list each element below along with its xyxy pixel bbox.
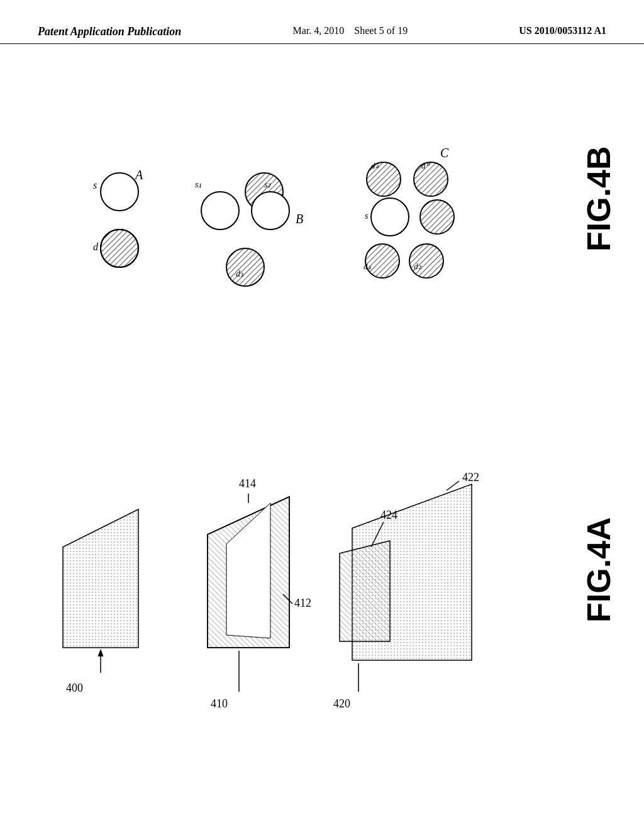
circle-s-c: [371, 198, 409, 236]
diagram-a-label: A: [134, 168, 143, 182]
fig4b-diagram: FIG.4B A s d B s₁ s₂ d₁ C d₄: [0, 75, 644, 390]
circle-d3-c: [420, 200, 454, 234]
publication-date: Mar. 4, 2010: [293, 25, 345, 36]
circle-s2-b: [252, 192, 289, 230]
publication-date-sheet: Mar. 4, 2010 Sheet 5 of 19: [293, 25, 408, 36]
sheet-info: Sheet 5 of 19: [354, 25, 408, 36]
label-420: 420: [333, 697, 350, 710]
fig4a-label: FIG.4A: [580, 517, 617, 622]
label-d-a: d: [93, 241, 99, 252]
shape-400: [63, 509, 138, 648]
label-412: 412: [294, 597, 311, 609]
circle-d1-c: [365, 244, 399, 278]
circle-s-a: [101, 173, 138, 211]
label-s-c: s: [365, 211, 369, 221]
patent-number: US 2010/0053112 A1: [519, 25, 606, 36]
circle-d4-c: [367, 162, 401, 196]
diagram-b-label: B: [296, 212, 303, 226]
label-424: 424: [380, 509, 397, 521]
fig4b-label: FIG.4B: [580, 146, 617, 252]
circle-d-a: [101, 230, 138, 267]
circle-s1-b: [201, 192, 239, 230]
label-410: 410: [211, 697, 228, 710]
publication-title: Patent Application Publication: [38, 25, 181, 38]
circle-db-c: [414, 162, 448, 196]
diagram-c-label: C: [440, 146, 449, 160]
label-422: 422: [462, 471, 479, 484]
label-s-a: s: [93, 180, 97, 191]
circle-d1-b: [226, 248, 264, 286]
shape-420-front: [340, 541, 390, 641]
shape-410-hatch-l: [208, 534, 226, 648]
label-400: 400: [66, 682, 83, 694]
shape-410-hatch-r: [270, 497, 289, 648]
circle-d2-c: [409, 244, 443, 278]
fig4a-diagram: FIG.4A 400: [0, 409, 644, 799]
page-header: Patent Application Publication Mar. 4, 2…: [0, 0, 644, 44]
main-content: FIG.4B A s d B s₁ s₂ d₁ C d₄: [0, 44, 644, 824]
label-s1-b: s₁: [195, 180, 202, 189]
label-414: 414: [239, 477, 256, 490]
